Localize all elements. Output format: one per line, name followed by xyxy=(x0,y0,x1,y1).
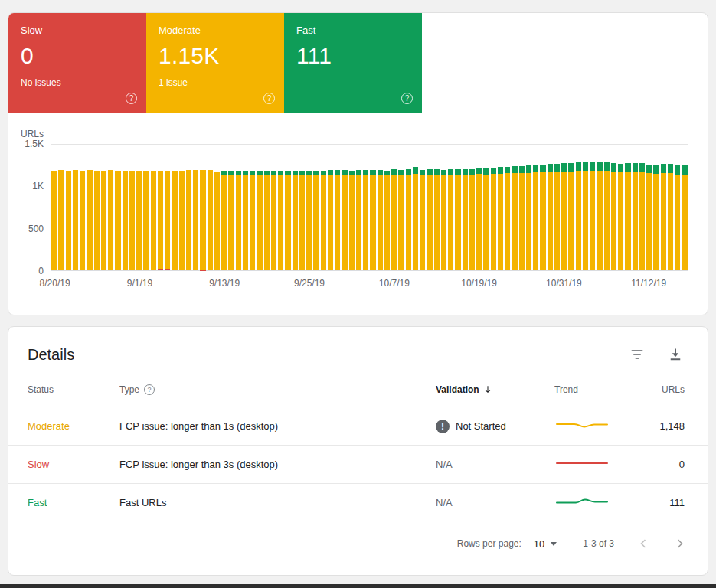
bar-64[interactable] xyxy=(505,167,510,270)
bar-69[interactable] xyxy=(540,165,545,270)
bar-5[interactable] xyxy=(87,170,92,270)
bar-30[interactable] xyxy=(264,171,270,270)
bar-56[interactable] xyxy=(448,169,453,270)
bar-78[interactable] xyxy=(604,162,610,270)
filter-button[interactable] xyxy=(628,345,646,364)
bar-65[interactable] xyxy=(512,166,517,270)
bar-1[interactable] xyxy=(58,170,64,270)
col-validation-sort[interactable]: Validation xyxy=(436,384,554,395)
bar-22[interactable] xyxy=(208,170,213,270)
bar-15[interactable] xyxy=(158,171,163,270)
bar-47[interactable] xyxy=(384,171,390,270)
bar-21[interactable] xyxy=(200,170,205,270)
bar-4[interactable] xyxy=(80,171,85,270)
bar-28[interactable] xyxy=(250,171,255,270)
bar-45[interactable] xyxy=(370,170,375,270)
bar-9[interactable] xyxy=(115,171,120,270)
bar-76[interactable] xyxy=(590,162,595,270)
bar-81[interactable] xyxy=(625,163,630,270)
bar-75[interactable] xyxy=(583,162,588,270)
bar-55[interactable] xyxy=(441,170,446,271)
bar-38[interactable] xyxy=(321,171,326,270)
bar-71[interactable] xyxy=(554,164,560,270)
prev-page-button[interactable] xyxy=(636,536,651,551)
bar-24[interactable] xyxy=(221,171,227,270)
bar-85[interactable] xyxy=(653,165,659,270)
bar-84[interactable] xyxy=(646,165,652,270)
bar-83[interactable] xyxy=(639,163,645,270)
bar-41[interactable] xyxy=(342,170,347,270)
bar-74[interactable] xyxy=(576,162,581,270)
bar-52[interactable] xyxy=(420,170,425,271)
bar-51[interactable] xyxy=(413,167,418,270)
bar-57[interactable] xyxy=(455,169,460,270)
bar-42[interactable] xyxy=(349,171,355,270)
bar-16[interactable] xyxy=(165,171,170,270)
bar-54[interactable] xyxy=(434,169,440,270)
bar-25[interactable] xyxy=(228,171,234,270)
bar-61[interactable] xyxy=(483,168,489,270)
bar-29[interactable] xyxy=(257,171,262,270)
bar-7[interactable] xyxy=(101,171,106,270)
bar-59[interactable] xyxy=(469,169,475,270)
bar-82[interactable] xyxy=(633,163,638,270)
bar-62[interactable] xyxy=(491,168,496,270)
bar-18[interactable] xyxy=(179,171,185,270)
bar-72[interactable] xyxy=(561,163,567,270)
bar-44[interactable] xyxy=(363,170,368,270)
bar-87[interactable] xyxy=(668,164,673,270)
bar-14[interactable] xyxy=(151,171,156,270)
next-page-button[interactable] xyxy=(672,536,688,551)
bar-0[interactable] xyxy=(51,171,57,270)
bar-80[interactable] xyxy=(618,164,623,270)
bar-67[interactable] xyxy=(526,165,531,270)
table-row-slow[interactable]: Slow FCP issue: longer than 3s (desktop)… xyxy=(8,445,708,483)
bar-89[interactable] xyxy=(682,165,687,270)
bar-50[interactable] xyxy=(406,169,411,270)
rows-per-page-select[interactable]: 10 xyxy=(534,538,557,550)
bar-8[interactable] xyxy=(108,170,113,270)
bar-63[interactable] xyxy=(498,167,503,270)
help-icon[interactable]: ? xyxy=(144,384,155,395)
download-button[interactable] xyxy=(666,345,685,364)
summary-tile-moderate[interactable]: Moderate 1.15K 1 issue ? xyxy=(146,13,284,113)
bar-36[interactable] xyxy=(306,171,312,270)
bar-35[interactable] xyxy=(299,171,305,270)
bar-23[interactable] xyxy=(214,172,220,270)
bar-86[interactable] xyxy=(661,164,666,270)
summary-tile-fast[interactable]: Fast 111 ? xyxy=(284,13,422,113)
bar-43[interactable] xyxy=(356,170,361,270)
table-row-moderate[interactable]: Moderate FCP issue: longer than 1s (desk… xyxy=(8,407,708,445)
bar-17[interactable] xyxy=(172,171,177,270)
bar-12[interactable] xyxy=(136,171,142,270)
bar-31[interactable] xyxy=(271,171,276,270)
summary-tile-slow[interactable]: Slow 0 No issues ? xyxy=(8,13,146,113)
bar-37[interactable] xyxy=(313,171,319,270)
bar-11[interactable] xyxy=(129,171,135,270)
bar-60[interactable] xyxy=(476,168,482,270)
bar-66[interactable] xyxy=(519,166,525,270)
bar-20[interactable] xyxy=(193,170,198,270)
bar-77[interactable] xyxy=(597,162,602,270)
bar-40[interactable] xyxy=(335,170,340,270)
bar-10[interactable] xyxy=(123,171,128,270)
bar-79[interactable] xyxy=(611,163,616,270)
help-icon[interactable]: ? xyxy=(401,93,413,104)
bar-39[interactable] xyxy=(328,170,333,270)
bar-19[interactable] xyxy=(186,170,191,270)
bar-73[interactable] xyxy=(568,163,574,270)
bar-3[interactable] xyxy=(73,170,78,270)
bar-34[interactable] xyxy=(293,171,298,270)
bar-46[interactable] xyxy=(378,170,383,270)
help-icon[interactable]: ? xyxy=(126,93,137,104)
bar-32[interactable] xyxy=(278,171,283,270)
bar-88[interactable] xyxy=(675,165,680,270)
bar-13[interactable] xyxy=(143,171,149,270)
bar-26[interactable] xyxy=(236,171,241,270)
bar-2[interactable] xyxy=(66,171,71,270)
bar-33[interactable] xyxy=(285,171,290,270)
bar-6[interactable] xyxy=(94,171,100,270)
bar-70[interactable] xyxy=(548,164,553,270)
table-row-fast[interactable]: Fast Fast URLs N/A 111 xyxy=(8,483,708,521)
bar-49[interactable] xyxy=(398,170,404,270)
